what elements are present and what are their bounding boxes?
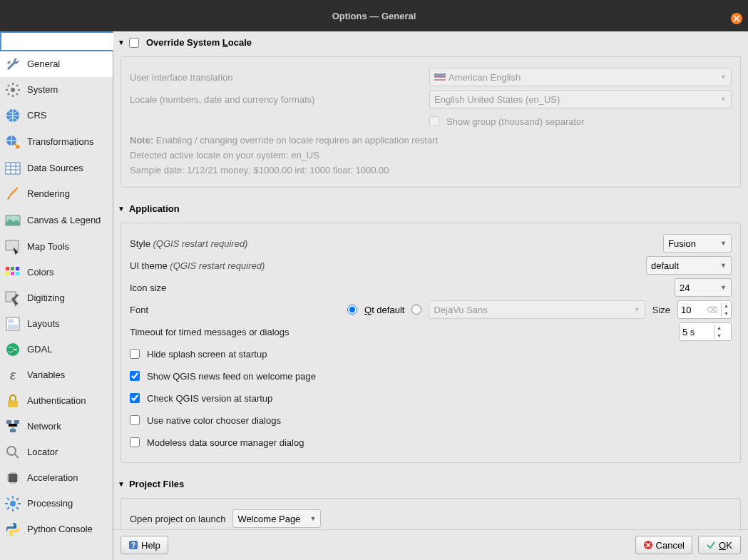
python-icon bbox=[4, 521, 21, 538]
modeless-label: Modeless data source manager dialog bbox=[147, 437, 304, 448]
sidebar-item-colors[interactable]: Colors bbox=[0, 260, 113, 285]
chevron-down-icon: ▼ bbox=[720, 96, 727, 103]
theme-combo[interactable]: default ▼ bbox=[646, 256, 732, 275]
font-size-label: Size bbox=[652, 305, 670, 315]
chevron-down-icon: ▼ bbox=[634, 306, 640, 313]
font-name-combo[interactable]: DejaVu Sans ▼ bbox=[429, 300, 645, 319]
sidebar-search[interactable] bbox=[0, 31, 113, 51]
sidebar-item-layouts[interactable]: Layouts bbox=[0, 311, 113, 337]
section-project-files-header: ▼ Project Files bbox=[113, 473, 748, 494]
show-news-checkbox[interactable] bbox=[130, 371, 140, 381]
locale-note: Note: Enabling / changing override on lo… bbox=[130, 135, 732, 146]
collapse-icon[interactable]: ▼ bbox=[118, 480, 125, 488]
clear-icon[interactable]: ⌫ bbox=[707, 305, 718, 315]
titlebar: Options — General bbox=[0, 0, 748, 31]
sidebar-item-map-tools[interactable]: Map Tools bbox=[0, 234, 113, 260]
spin-down[interactable]: ▼ bbox=[714, 332, 724, 340]
locale-format-label: Locale (numbers, date and currency forma… bbox=[130, 94, 422, 105]
sidebar-item-rendering[interactable]: Rendering bbox=[0, 181, 113, 207]
ui-translation-combo[interactable]: American English ▼ bbox=[429, 68, 732, 86]
chevron-down-icon: ▼ bbox=[720, 284, 727, 291]
spin-up[interactable]: ▲ bbox=[714, 324, 724, 332]
svg-point-17 bbox=[6, 343, 19, 356]
section-project-files-body: Open project on launch Welcome Page ▼ bbox=[121, 498, 741, 529]
sidebar-item-gdal[interactable]: GDAL bbox=[0, 337, 113, 362]
hide-splash-checkbox[interactable] bbox=[130, 349, 140, 359]
close-button[interactable] bbox=[731, 13, 742, 24]
font-label: Font bbox=[130, 305, 340, 315]
sidebar-item-crs[interactable]: CRS bbox=[0, 103, 113, 128]
font-size-spinner[interactable]: ⌫ ▲▼ bbox=[677, 300, 732, 319]
sidebar-item-transformations[interactable]: Transformations bbox=[0, 128, 113, 156]
section-application-header: ▼ Application bbox=[113, 198, 748, 218]
gdal-icon bbox=[4, 341, 21, 358]
sidebar-item-label: Canvas & Legend bbox=[27, 215, 101, 226]
icon-size-combo[interactable]: 24 ▼ bbox=[675, 278, 732, 297]
sidebar-item-label: GDAL bbox=[27, 344, 52, 355]
font-qt-default-radio[interactable] bbox=[347, 305, 357, 315]
sidebar-item-label: CRS bbox=[27, 110, 46, 121]
chip-icon bbox=[4, 469, 21, 487]
chevron-down-icon: ▼ bbox=[720, 240, 727, 247]
ok-button-label: OK bbox=[719, 540, 732, 551]
sidebar-item-network[interactable]: Network bbox=[0, 414, 113, 439]
theme-value: default bbox=[651, 260, 679, 271]
pencil-icon bbox=[4, 290, 21, 307]
section-locale-header: ▼ Override System Locale bbox=[113, 31, 748, 52]
chevron-down-icon: ▼ bbox=[720, 262, 727, 269]
modeless-checkbox[interactable] bbox=[130, 437, 140, 447]
sidebar: GeneralSystemCRSTransformationsData Sour… bbox=[0, 31, 113, 560]
svg-rect-9 bbox=[16, 267, 19, 270]
check-version-label: Check QGIS version at startup bbox=[147, 393, 272, 404]
open-project-value: Welcome Page bbox=[237, 514, 300, 524]
font-size-value[interactable] bbox=[678, 305, 707, 315]
svg-point-25 bbox=[10, 501, 16, 506]
map-pointer-icon bbox=[4, 238, 21, 255]
svg-rect-20 bbox=[6, 420, 11, 424]
sidebar-item-system[interactable]: System bbox=[0, 77, 113, 103]
sidebar-item-label: Authentication bbox=[27, 395, 86, 407]
spin-up[interactable]: ▲ bbox=[722, 302, 731, 310]
sidebar-item-label: General bbox=[27, 58, 60, 70]
timeout-label: Timeout for timed messages or dialogs bbox=[130, 327, 290, 337]
collapse-icon[interactable]: ▼ bbox=[118, 39, 125, 46]
timeout-spinner[interactable]: ▲▼ bbox=[679, 322, 732, 341]
svg-rect-10 bbox=[6, 272, 9, 275]
sidebar-item-authentication[interactable]: Authentication bbox=[0, 388, 113, 414]
sidebar-item-variables[interactable]: εVariables bbox=[0, 362, 113, 388]
locale-format-combo[interactable]: English United States (en_US) ▼ bbox=[429, 90, 732, 108]
svg-rect-6 bbox=[6, 240, 19, 250]
sidebar-item-python-console[interactable]: Python Console bbox=[0, 516, 113, 542]
cancel-button[interactable]: Cancel bbox=[635, 536, 692, 554]
sidebar-item-general[interactable]: General bbox=[0, 51, 113, 77]
section-locale-title: Override System Locale bbox=[146, 37, 252, 48]
sidebar-item-locator[interactable]: Locator bbox=[0, 439, 113, 465]
collapse-icon[interactable]: ▼ bbox=[118, 205, 125, 213]
open-project-combo[interactable]: Welcome Page ▼ bbox=[232, 509, 321, 528]
sidebar-item-label: Locator bbox=[27, 447, 58, 458]
check-version-checkbox[interactable] bbox=[130, 393, 140, 403]
override-locale-checkbox[interactable] bbox=[129, 38, 139, 48]
help-button[interactable]: ? Help bbox=[121, 536, 168, 554]
sidebar-item-digitizing[interactable]: Digitizing bbox=[0, 285, 113, 311]
style-combo[interactable]: Fusion ▼ bbox=[663, 234, 732, 253]
svg-point-23 bbox=[7, 447, 16, 455]
search-icon bbox=[4, 444, 21, 461]
font-custom-radio[interactable] bbox=[411, 305, 421, 315]
sidebar-item-label: Network bbox=[27, 421, 61, 432]
timeout-value[interactable] bbox=[680, 327, 714, 337]
ok-button[interactable]: OK bbox=[698, 536, 741, 554]
search-input[interactable] bbox=[7, 33, 127, 50]
thousand-sep-checkbox[interactable] bbox=[429, 116, 439, 126]
spin-down[interactable]: ▼ bbox=[722, 310, 731, 317]
native-color-label: Use native color chooser dialogs bbox=[147, 415, 281, 426]
native-color-checkbox[interactable] bbox=[130, 415, 140, 425]
sidebar-item-processing[interactable]: Processing bbox=[0, 491, 113, 516]
sidebar-item-canvas-legend[interactable]: Canvas & Legend bbox=[0, 207, 113, 234]
gear-blue-icon bbox=[4, 495, 21, 512]
locale-format-value: English United States (en_US) bbox=[434, 94, 560, 105]
ok-icon bbox=[706, 540, 716, 550]
style-label: Style (QGIS restart required) bbox=[130, 238, 247, 249]
sidebar-item-data-sources[interactable]: Data Sources bbox=[0, 156, 113, 181]
sidebar-item-acceleration[interactable]: Acceleration bbox=[0, 465, 113, 491]
